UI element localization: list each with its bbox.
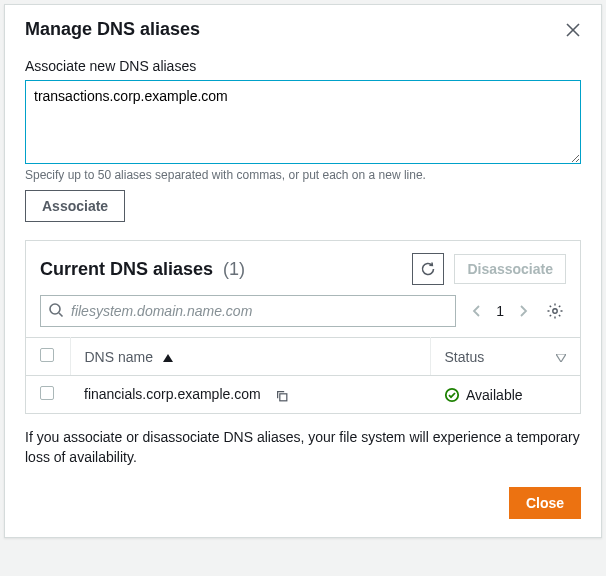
search-icon: [48, 302, 64, 318]
panel-header: Current DNS aliases (1) Disassociate: [26, 241, 580, 295]
status-cell: Available: [444, 387, 566, 403]
next-page-button[interactable]: [514, 302, 532, 320]
search-wrap: [40, 295, 456, 327]
svg-point-2: [50, 304, 60, 314]
close-icon[interactable]: [565, 22, 581, 38]
select-all-header: [26, 338, 70, 376]
dns-name-cell: financials.corp.example.com: [84, 386, 261, 402]
page-number: 1: [496, 303, 504, 319]
table-header-row: DNS name Status: [26, 338, 580, 376]
aliases-table: DNS name Status: [26, 337, 580, 413]
manage-dns-aliases-modal: Manage DNS aliases Associate new DNS ali…: [4, 4, 602, 538]
panel-title: Current DNS aliases: [40, 259, 213, 280]
modal-header: Manage DNS aliases: [5, 5, 601, 52]
refresh-button[interactable]: [412, 253, 444, 285]
alias-input[interactable]: transactions.corp.example.com: [25, 80, 581, 164]
alias-count: (1): [223, 259, 245, 280]
current-aliases-panel: Current DNS aliases (1) Disassociate 1: [25, 240, 581, 414]
search-input[interactable]: [40, 295, 456, 327]
associate-section: Associate new DNS aliases transactions.c…: [5, 58, 601, 222]
close-button[interactable]: Close: [509, 487, 581, 519]
table-row: financials.corp.example.com Available: [26, 376, 580, 414]
status-header[interactable]: Status: [430, 338, 580, 376]
refresh-icon: [420, 261, 436, 277]
copy-icon: [275, 389, 289, 403]
sort-none-icon: [556, 349, 566, 365]
svg-marker-6: [556, 354, 566, 362]
pager: 1: [468, 302, 532, 320]
disassociate-button[interactable]: Disassociate: [454, 254, 566, 284]
associate-label: Associate new DNS aliases: [25, 58, 581, 74]
gear-icon: [546, 302, 564, 320]
chevron-right-icon: [518, 304, 528, 318]
chevron-left-icon: [472, 304, 482, 318]
modal-footer: Close: [5, 471, 601, 537]
associate-button[interactable]: Associate: [25, 190, 125, 222]
prev-page-button[interactable]: [468, 302, 486, 320]
select-all-checkbox[interactable]: [40, 348, 54, 362]
svg-line-3: [59, 313, 63, 317]
panel-toolbar: 1: [26, 295, 580, 337]
svg-rect-7: [279, 393, 286, 400]
footer-note: If you associate or disassociate DNS ali…: [5, 414, 601, 471]
associate-hint: Specify up to 50 aliases separated with …: [25, 168, 581, 182]
check-circle-icon: [444, 387, 460, 403]
settings-button[interactable]: [544, 300, 566, 322]
modal-title: Manage DNS aliases: [25, 19, 565, 40]
copy-button[interactable]: [275, 389, 289, 403]
sort-asc-icon: [163, 349, 173, 365]
svg-marker-5: [163, 354, 173, 362]
svg-point-4: [553, 309, 557, 313]
dns-name-header[interactable]: DNS name: [70, 338, 430, 376]
row-checkbox[interactable]: [40, 386, 54, 400]
